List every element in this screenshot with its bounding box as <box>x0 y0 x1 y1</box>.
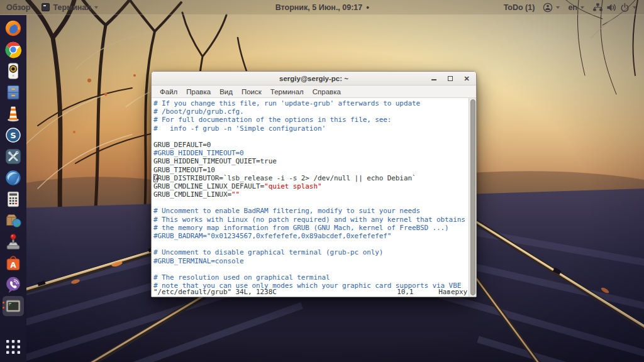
chevron-down-icon <box>633 6 636 9</box>
calculator-icon[interactable] <box>3 189 24 209</box>
svg-text:A: A <box>10 261 16 270</box>
terminal-line: #GRUB_BADRAM="0x01234567,0xfefefefe,0x89… <box>153 232 469 240</box>
svg-text:S: S <box>10 131 16 140</box>
terminal-window: sergiy@sergiy-pc: ~ ✕ ФайлПравкаВидПоиск… <box>151 71 477 297</box>
terminal-line: # For full documentation of the options … <box>153 116 469 124</box>
vim-scroll-position: Наверху <box>438 288 467 296</box>
terminal-line: # Uncomment to enable BadRAM filtering, … <box>153 207 469 215</box>
system-tools-icon[interactable] <box>3 146 24 167</box>
skype-icon[interactable]: S <box>3 125 24 145</box>
thunderbird-icon[interactable] <box>3 168 24 188</box>
terminal-line: # If you change this file, run 'update-g… <box>153 99 469 107</box>
terminal-line: #GRUB_HIDDEN_TIMEOUT=0 <box>153 149 469 157</box>
terminal-line <box>153 265 469 273</box>
menu-item-Поиск[interactable]: Поиск <box>237 87 266 97</box>
chrome-icon[interactable] <box>3 40 24 60</box>
terminal-line: GRUB_HIDDEN_TIMEOUT_QUIET=true <box>153 157 469 165</box>
menu-item-Правка[interactable]: Правка <box>182 87 215 97</box>
app-menu-label: Терминал <box>53 3 91 12</box>
terminal-line: GRUB_CMDLINE_LINUX="" <box>153 190 469 199</box>
terminal-line: # The resolution used on graphical termi… <box>153 273 469 282</box>
running-indicator-dot <box>3 302 4 304</box>
scrollbar-thumb[interactable] <box>470 99 475 295</box>
minimize-button[interactable] <box>431 75 437 82</box>
app-grid-icon[interactable] <box>3 337 24 357</box>
terminal-line: GRUB_CMDLINE_LINUX_DEFAULT="quiet splash… <box>153 182 469 190</box>
menu-item-Файл[interactable]: Файл <box>155 87 182 97</box>
todo-label: ToDo (1) <box>504 3 535 12</box>
menu-item-Справка[interactable]: Справка <box>308 87 345 97</box>
terminal-line: #GRUB_TERMINAL=console <box>153 257 469 265</box>
top-bar: Обзор Терминал Вторник, 5 Июн., 09:17 To… <box>0 0 644 15</box>
terminal-line: GRUB_DISTRIBUTOR=`lsb_release -i -s 2> /… <box>153 174 469 182</box>
terminal-app-icon <box>42 3 50 11</box>
scrollbar[interactable] <box>469 98 476 297</box>
terminal-line: GRUB_TIMEOUT=10 <box>153 166 469 174</box>
vim-file-info: "/etc/default/grub" 34L, 1238C <box>153 288 277 296</box>
menu-item-Вид[interactable]: Вид <box>215 87 237 97</box>
maximize-button[interactable] <box>447 75 453 82</box>
terminal-line: # info -f grub -n 'Simple configuration' <box>153 124 469 133</box>
terminal-line: # the memory map information from GRUB (… <box>153 224 469 232</box>
terminal-screen[interactable]: # If you change this file, run 'update-g… <box>152 98 476 297</box>
volume-icon <box>606 3 617 13</box>
software-center-icon[interactable]: A <box>3 253 24 273</box>
viber-icon[interactable] <box>3 275 24 295</box>
clock-menu[interactable]: Вторник, 5 Июн., 09:17 <box>275 0 369 15</box>
terminal-line <box>153 199 469 207</box>
chevron-down-icon <box>580 6 584 9</box>
overview-button[interactable]: Обзор <box>6 3 30 12</box>
close-button[interactable]: ✕ <box>464 75 470 82</box>
music-player-icon[interactable] <box>3 61 24 81</box>
chevron-down-icon <box>94 6 98 9</box>
vim-cursor-position: 10,1 <box>397 288 413 296</box>
terminal-text: # If you change this file, run 'update-g… <box>152 98 469 297</box>
terminal-menubar: ФайлПравкаВидПоискТерминалСправка <box>152 85 476 98</box>
running-indicator-dot <box>3 307 4 309</box>
clock-label: Вторник, 5 Июн., 09:17 <box>275 3 363 12</box>
terminal-line: # /boot/grub/grub.cfg. <box>153 107 469 116</box>
lever-switch-icon[interactable] <box>3 232 24 252</box>
user-status-menu[interactable] <box>543 3 560 13</box>
overview-label: Обзор <box>6 3 30 12</box>
file-cabinet-icon[interactable] <box>3 82 24 102</box>
menu-item-Терминал[interactable]: Терминал <box>266 87 308 97</box>
language-label: en <box>568 3 577 12</box>
notification-dot-icon <box>366 6 369 9</box>
network-icon <box>592 3 603 13</box>
power-icon <box>620 3 630 13</box>
todo-indicator[interactable]: ToDo (1) <box>504 3 535 12</box>
system-menu[interactable] <box>592 3 636 13</box>
package-manager-icon[interactable] <box>3 211 24 231</box>
terminal-line <box>153 240 469 248</box>
terminal-line: GRUB_DEFAULT=0 <box>153 141 469 149</box>
terminal-icon[interactable] <box>3 296 24 316</box>
app-menu[interactable]: Терминал <box>42 3 98 12</box>
terminal-line: # This works with Linux (no patch requir… <box>153 216 469 224</box>
terminal-line: # Uncomment to disable graphical termina… <box>153 248 469 256</box>
vlc-icon[interactable] <box>3 104 24 124</box>
user-icon <box>543 3 553 13</box>
desktop: Обзор Терминал Вторник, 5 Июн., 09:17 To… <box>0 0 644 362</box>
dock: SA <box>0 15 26 362</box>
firefox-icon[interactable] <box>3 18 24 38</box>
chevron-down-icon <box>556 6 560 9</box>
language-menu[interactable]: en <box>568 3 584 12</box>
vim-status-line: "/etc/default/grub" 34L, 1238C 10,1 Наве… <box>153 288 467 296</box>
window-titlebar[interactable]: sergiy@sergiy-pc: ~ ✕ <box>152 72 476 85</box>
window-title: sergiy@sergiy-pc: ~ <box>152 75 476 82</box>
terminal-line <box>153 133 469 141</box>
